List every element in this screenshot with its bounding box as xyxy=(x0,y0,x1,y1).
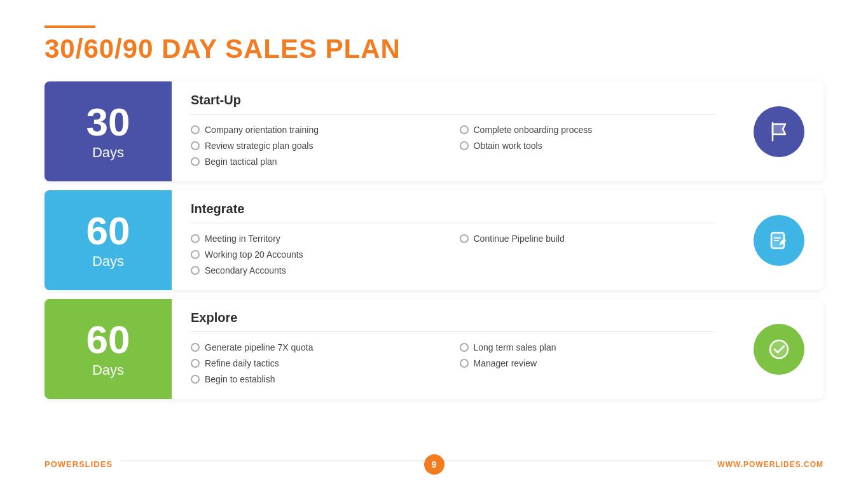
item-text: Secondary Accounts xyxy=(205,264,286,277)
content-box-60a: Integrate Meeting in Territory Working t… xyxy=(172,190,734,290)
item-text: Working top 20 Accounts xyxy=(205,248,303,261)
col2-60a: Continue Pipeline build xyxy=(460,231,716,279)
list-item: Begin tactical plan xyxy=(191,154,447,170)
plan-row-30: 30 Days Start-Up Company orientation tra… xyxy=(45,81,823,181)
item-text: Begin to establish xyxy=(205,373,275,386)
list-item: Meeting in Territory xyxy=(191,231,447,247)
edit-icon xyxy=(766,228,792,253)
day-label-60a: Days xyxy=(92,253,124,270)
day-box-60b: 60 Days xyxy=(45,299,172,399)
section-title-30: Start-Up xyxy=(191,93,715,108)
items-grid-30: Company orientation training Review stra… xyxy=(191,122,715,170)
divider-60b xyxy=(191,331,715,332)
items-grid-60a: Meeting in Territory Working top 20 Acco… xyxy=(191,231,715,279)
list-item: Review strategic plan goals xyxy=(191,138,447,154)
svg-point-1 xyxy=(770,340,788,358)
divider-30 xyxy=(191,114,715,115)
footer-url: WWW.POWERLIDES.COM xyxy=(712,460,823,469)
item-text: Generate pipeline 7X quota xyxy=(205,341,313,354)
item-text: Obtain work tools xyxy=(474,139,542,153)
icon-circle-60b xyxy=(754,324,804,375)
header: 30/60/90 DAY SALES PLAN xyxy=(45,25,823,64)
day-number-30: 30 xyxy=(86,102,130,142)
list-item: Generate pipeline 7X quota xyxy=(191,340,447,356)
day-number-60b: 60 xyxy=(86,320,130,359)
item-text: Long term sales plan xyxy=(474,341,556,354)
slide: 30/60/90 DAY SALES PLAN 30 Days Start-Up… xyxy=(0,0,868,488)
col2-60b: Long term sales plan Manager review xyxy=(460,340,716,387)
bullet-icon xyxy=(191,343,200,352)
section-title-60a: Integrate xyxy=(191,202,715,216)
header-accent-line xyxy=(45,25,95,28)
item-text: Review strategic plan goals xyxy=(205,139,313,153)
footer-brand-orange: SLIDES xyxy=(79,459,113,469)
day-box-30: 30 Days xyxy=(45,81,172,181)
day-number-60a: 60 xyxy=(86,211,130,251)
bullet-icon xyxy=(191,141,200,150)
bullet-icon xyxy=(191,266,200,275)
list-item: Secondary Accounts xyxy=(191,263,447,279)
items-grid-60b: Generate pipeline 7X quota Refine daily … xyxy=(191,340,715,387)
day-label-30: Days xyxy=(92,144,124,161)
content-box-60b: Explore Generate pipeline 7X quota Refin… xyxy=(172,299,734,399)
icon-circle-30 xyxy=(754,106,804,157)
bullet-icon xyxy=(460,125,469,134)
item-text: Company orientation training xyxy=(205,123,319,137)
item-text: Complete onboarding process xyxy=(474,123,593,137)
bullet-icon xyxy=(191,250,200,259)
list-item: Refine daily tactics xyxy=(191,356,447,372)
footer: POWERSLIDES 9 WWW.POWERLIDES.COM xyxy=(45,452,823,469)
list-item: Obtain work tools xyxy=(460,138,716,154)
list-item: Working top 20 Accounts xyxy=(191,247,447,263)
bullet-icon xyxy=(460,359,469,368)
plan-row-60a: 60 Days Integrate Meeting in Territory W… xyxy=(45,190,823,290)
col2-30: Complete onboarding process Obtain work … xyxy=(460,122,716,170)
plan-row-60b: 60 Days Explore Generate pipeline 7X quo… xyxy=(45,299,823,399)
footer-brand-black: POWER xyxy=(45,459,79,469)
flag-icon xyxy=(766,119,792,144)
icon-circle-60a xyxy=(754,215,804,266)
item-text: Meeting in Territory xyxy=(205,232,280,246)
col1-60a: Meeting in Territory Working top 20 Acco… xyxy=(191,231,447,279)
title-orange: SALES PLAN xyxy=(225,34,401,64)
rows-container: 30 Days Start-Up Company orientation tra… xyxy=(45,81,823,452)
bullet-icon xyxy=(191,234,200,243)
page-title: 30/60/90 DAY SALES PLAN xyxy=(45,34,823,64)
day-label-60b: Days xyxy=(92,362,124,379)
day-box-60a: 60 Days xyxy=(45,190,172,290)
list-item: Complete onboarding process xyxy=(460,122,716,138)
bullet-icon xyxy=(460,141,469,150)
bullet-icon xyxy=(191,157,200,166)
bullet-icon xyxy=(191,359,200,368)
bullet-icon xyxy=(460,234,469,243)
list-item: Begin to establish xyxy=(191,372,447,387)
bullet-icon xyxy=(191,375,200,384)
item-text: Continue Pipeline build xyxy=(474,232,565,246)
bullet-icon xyxy=(191,125,200,134)
section-title-60b: Explore xyxy=(191,310,715,325)
bullet-icon xyxy=(460,343,469,352)
col1-30: Company orientation training Review stra… xyxy=(191,122,447,170)
item-text: Begin tactical plan xyxy=(205,155,277,169)
list-item: Long term sales plan xyxy=(460,340,716,356)
footer-page-number: 9 xyxy=(424,454,444,475)
check-circle-icon xyxy=(766,337,792,362)
col1-60b: Generate pipeline 7X quota Refine daily … xyxy=(191,340,447,387)
footer-brand: POWERSLIDES xyxy=(45,459,118,469)
content-box-30: Start-Up Company orientation training Re… xyxy=(172,81,734,181)
divider-60a xyxy=(191,223,715,223)
list-item: Continue Pipeline build xyxy=(460,231,716,247)
item-text: Refine daily tactics xyxy=(205,357,279,370)
list-item: Manager review xyxy=(460,356,716,372)
title-black: 30/60/90 DAY xyxy=(45,34,225,64)
item-text: Manager review xyxy=(474,357,537,370)
list-item: Company orientation training xyxy=(191,122,447,138)
